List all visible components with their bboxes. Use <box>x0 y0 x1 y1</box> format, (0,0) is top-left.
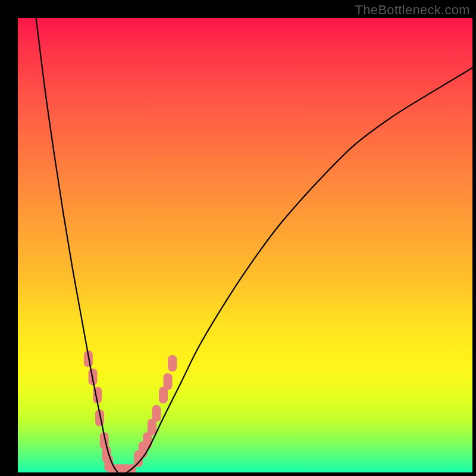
curve-marker <box>152 405 161 422</box>
curve-marker <box>168 355 177 372</box>
watermark-text: TheBottleneck.com <box>355 2 470 18</box>
curve-marker <box>164 373 173 390</box>
chart-svg <box>18 18 472 472</box>
markers-layer <box>84 350 177 472</box>
bottleneck-curve <box>36 18 472 472</box>
plot-area <box>18 18 472 472</box>
chart-frame: TheBottleneck.com <box>0 0 476 476</box>
